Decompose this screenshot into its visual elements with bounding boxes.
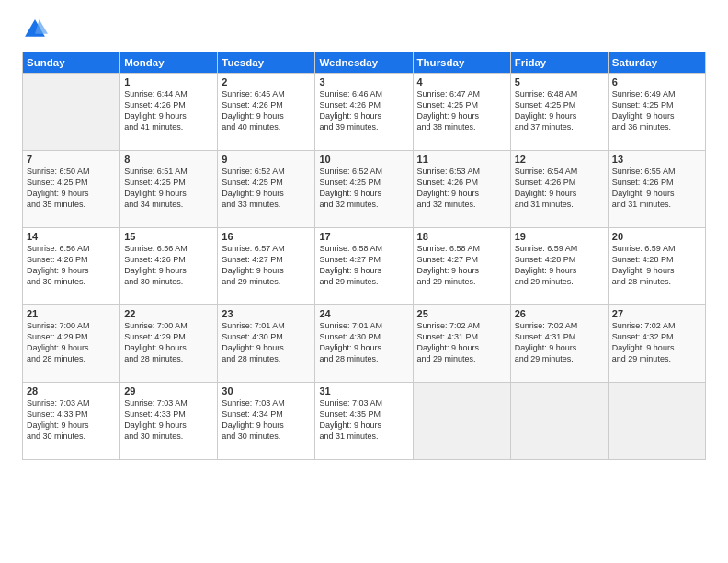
day-number: 21	[27, 308, 116, 319]
col-header-tuesday: Tuesday	[218, 52, 315, 74]
day-number: 19	[515, 231, 604, 242]
day-info: Sunrise: 7:02 AM Sunset: 4:31 PM Dayligh…	[515, 320, 604, 365]
week-row-5: 28Sunrise: 7:03 AM Sunset: 4:33 PM Dayli…	[23, 383, 706, 460]
week-row-1: 1Sunrise: 6:44 AM Sunset: 4:26 PM Daylig…	[23, 74, 706, 151]
day-cell: 3Sunrise: 6:46 AM Sunset: 4:26 PM Daylig…	[315, 74, 413, 151]
day-number: 3	[319, 76, 408, 87]
col-header-friday: Friday	[510, 52, 608, 74]
day-cell: 19Sunrise: 6:59 AM Sunset: 4:28 PM Dayli…	[510, 228, 608, 305]
day-number: 26	[515, 308, 604, 319]
day-cell: 7Sunrise: 6:50 AM Sunset: 4:25 PM Daylig…	[23, 151, 120, 228]
day-number: 22	[124, 308, 213, 319]
day-cell: 15Sunrise: 6:56 AM Sunset: 4:26 PM Dayli…	[120, 228, 218, 305]
day-number: 29	[124, 385, 213, 396]
day-cell: 22Sunrise: 7:00 AM Sunset: 4:29 PM Dayli…	[120, 305, 218, 383]
day-info: Sunrise: 7:03 AM Sunset: 4:33 PM Dayligh…	[124, 397, 213, 442]
day-number: 30	[222, 385, 311, 396]
day-number: 20	[612, 231, 701, 242]
day-number: 15	[124, 231, 213, 242]
day-info: Sunrise: 6:48 AM Sunset: 4:25 PM Dayligh…	[515, 88, 604, 133]
day-info: Sunrise: 7:01 AM Sunset: 4:30 PM Dayligh…	[319, 320, 408, 365]
day-cell: 13Sunrise: 6:55 AM Sunset: 4:26 PM Dayli…	[608, 151, 705, 228]
day-cell	[413, 383, 510, 460]
day-cell: 1Sunrise: 6:44 AM Sunset: 4:26 PM Daylig…	[120, 74, 218, 151]
day-info: Sunrise: 6:56 AM Sunset: 4:26 PM Dayligh…	[124, 243, 213, 288]
day-number: 1	[124, 76, 213, 87]
day-number: 23	[222, 308, 311, 319]
day-number: 2	[222, 76, 311, 87]
day-cell: 20Sunrise: 6:59 AM Sunset: 4:28 PM Dayli…	[608, 228, 705, 305]
col-header-monday: Monday	[120, 52, 218, 74]
day-number: 27	[612, 308, 701, 319]
day-info: Sunrise: 6:45 AM Sunset: 4:26 PM Dayligh…	[222, 88, 311, 133]
day-cell: 25Sunrise: 7:02 AM Sunset: 4:31 PM Dayli…	[413, 305, 510, 383]
day-cell: 18Sunrise: 6:58 AM Sunset: 4:27 PM Dayli…	[413, 228, 510, 305]
day-info: Sunrise: 7:02 AM Sunset: 4:32 PM Dayligh…	[612, 320, 701, 365]
day-info: Sunrise: 7:00 AM Sunset: 4:29 PM Dayligh…	[27, 320, 116, 365]
day-info: Sunrise: 7:01 AM Sunset: 4:30 PM Dayligh…	[222, 320, 311, 365]
week-row-4: 21Sunrise: 7:00 AM Sunset: 4:29 PM Dayli…	[23, 305, 706, 383]
week-row-2: 7Sunrise: 6:50 AM Sunset: 4:25 PM Daylig…	[23, 151, 706, 228]
day-number: 7	[27, 154, 116, 165]
day-info: Sunrise: 6:55 AM Sunset: 4:26 PM Dayligh…	[612, 166, 701, 211]
day-info: Sunrise: 7:03 AM Sunset: 4:33 PM Dayligh…	[27, 397, 116, 442]
day-number: 13	[612, 154, 701, 165]
day-info: Sunrise: 6:50 AM Sunset: 4:25 PM Dayligh…	[27, 166, 116, 211]
day-cell: 5Sunrise: 6:48 AM Sunset: 4:25 PM Daylig…	[510, 74, 608, 151]
day-number: 31	[319, 385, 408, 396]
day-info: Sunrise: 6:46 AM Sunset: 4:26 PM Dayligh…	[319, 88, 408, 133]
day-info: Sunrise: 6:58 AM Sunset: 4:27 PM Dayligh…	[319, 243, 408, 288]
day-cell: 30Sunrise: 7:03 AM Sunset: 4:34 PM Dayli…	[218, 383, 315, 460]
day-number: 11	[417, 154, 506, 165]
day-info: Sunrise: 7:03 AM Sunset: 4:34 PM Dayligh…	[222, 397, 311, 442]
generalblue-icon	[22, 17, 48, 42]
day-cell: 8Sunrise: 6:51 AM Sunset: 4:25 PM Daylig…	[120, 151, 218, 228]
week-row-3: 14Sunrise: 6:56 AM Sunset: 4:26 PM Dayli…	[23, 228, 706, 305]
day-cell	[608, 383, 705, 460]
day-info: Sunrise: 7:03 AM Sunset: 4:35 PM Dayligh…	[319, 397, 408, 442]
day-cell: 4Sunrise: 6:47 AM Sunset: 4:25 PM Daylig…	[413, 74, 510, 151]
day-cell: 24Sunrise: 7:01 AM Sunset: 4:30 PM Dayli…	[315, 305, 413, 383]
day-number: 16	[222, 231, 311, 242]
day-number: 6	[612, 76, 701, 87]
page: SundayMondayTuesdayWednesdayThursdayFrid…	[0, 0, 728, 563]
day-info: Sunrise: 6:54 AM Sunset: 4:26 PM Dayligh…	[515, 166, 604, 211]
day-info: Sunrise: 6:47 AM Sunset: 4:25 PM Dayligh…	[417, 88, 506, 133]
day-info: Sunrise: 6:56 AM Sunset: 4:26 PM Dayligh…	[27, 243, 116, 288]
day-info: Sunrise: 7:02 AM Sunset: 4:31 PM Dayligh…	[417, 320, 506, 365]
day-cell: 14Sunrise: 6:56 AM Sunset: 4:26 PM Dayli…	[23, 228, 120, 305]
day-info: Sunrise: 6:59 AM Sunset: 4:28 PM Dayligh…	[515, 243, 604, 288]
col-header-wednesday: Wednesday	[315, 52, 413, 74]
day-info: Sunrise: 6:52 AM Sunset: 4:25 PM Dayligh…	[319, 166, 408, 211]
day-info: Sunrise: 6:53 AM Sunset: 4:26 PM Dayligh…	[417, 166, 506, 211]
day-info: Sunrise: 6:59 AM Sunset: 4:28 PM Dayligh…	[612, 243, 701, 288]
day-cell: 26Sunrise: 7:02 AM Sunset: 4:31 PM Dayli…	[510, 305, 608, 383]
day-info: Sunrise: 6:44 AM Sunset: 4:26 PM Dayligh…	[124, 88, 213, 133]
day-cell: 31Sunrise: 7:03 AM Sunset: 4:35 PM Dayli…	[315, 383, 413, 460]
header-row: SundayMondayTuesdayWednesdayThursdayFrid…	[23, 52, 706, 74]
day-number: 10	[319, 154, 408, 165]
day-number: 9	[222, 154, 311, 165]
day-cell: 11Sunrise: 6:53 AM Sunset: 4:26 PM Dayli…	[413, 151, 510, 228]
day-cell: 9Sunrise: 6:52 AM Sunset: 4:25 PM Daylig…	[218, 151, 315, 228]
day-number: 4	[417, 76, 506, 87]
day-cell: 29Sunrise: 7:03 AM Sunset: 4:33 PM Dayli…	[120, 383, 218, 460]
day-cell: 2Sunrise: 6:45 AM Sunset: 4:26 PM Daylig…	[218, 74, 315, 151]
day-info: Sunrise: 7:00 AM Sunset: 4:29 PM Dayligh…	[124, 320, 213, 365]
day-number: 28	[27, 385, 116, 396]
logo	[22, 17, 51, 42]
day-cell: 16Sunrise: 6:57 AM Sunset: 4:27 PM Dayli…	[218, 228, 315, 305]
day-number: 17	[319, 231, 408, 242]
day-cell: 17Sunrise: 6:58 AM Sunset: 4:27 PM Dayli…	[315, 228, 413, 305]
col-header-sunday: Sunday	[23, 52, 120, 74]
day-info: Sunrise: 6:51 AM Sunset: 4:25 PM Dayligh…	[124, 166, 213, 211]
col-header-thursday: Thursday	[413, 52, 510, 74]
day-cell: 6Sunrise: 6:49 AM Sunset: 4:25 PM Daylig…	[608, 74, 705, 151]
day-info: Sunrise: 6:49 AM Sunset: 4:25 PM Dayligh…	[612, 88, 701, 133]
day-number: 24	[319, 308, 408, 319]
day-info: Sunrise: 6:58 AM Sunset: 4:27 PM Dayligh…	[417, 243, 506, 288]
day-info: Sunrise: 6:57 AM Sunset: 4:27 PM Dayligh…	[222, 243, 311, 288]
calendar-table: SundayMondayTuesdayWednesdayThursdayFrid…	[22, 52, 706, 460]
day-number: 8	[124, 154, 213, 165]
day-cell: 10Sunrise: 6:52 AM Sunset: 4:25 PM Dayli…	[315, 151, 413, 228]
